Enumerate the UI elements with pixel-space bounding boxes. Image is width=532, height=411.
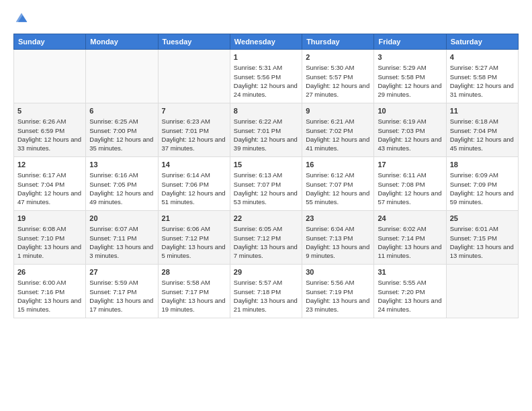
sunset-text: Sunset: 7:06 PM <box>162 180 226 189</box>
calendar-cell: 10Sunrise: 6:19 AMSunset: 7:03 PMDayligh… <box>374 103 446 157</box>
daylight-text: Daylight: 13 hours and 5 minutes. <box>162 242 226 261</box>
day-number: 11 <box>450 106 515 116</box>
weekday-header-friday: Friday <box>374 34 446 50</box>
sunrise-text: Sunrise: 6:06 AM <box>162 224 226 233</box>
sunrise-text: Sunrise: 6:19 AM <box>378 117 442 126</box>
sunrise-text: Sunrise: 6:08 AM <box>17 224 82 233</box>
sunset-text: Sunset: 7:12 PM <box>234 234 298 242</box>
calendar-cell: 13Sunrise: 6:16 AMSunset: 7:05 PMDayligh… <box>86 157 158 211</box>
sunset-text: Sunset: 7:19 PM <box>306 287 370 296</box>
weekday-header-sunday: Sunday <box>14 34 86 50</box>
calendar-header-row: SundayMondayTuesdayWednesdayThursdayFrid… <box>14 34 519 50</box>
daylight-text: Daylight: 12 hours and 27 minutes. <box>306 81 370 99</box>
day-number: 6 <box>89 106 154 116</box>
weekday-header-tuesday: Tuesday <box>158 34 230 50</box>
sunrise-text: Sunrise: 6:16 AM <box>89 171 154 179</box>
calendar-cell <box>86 50 158 103</box>
calendar-row: 5Sunrise: 6:26 AMSunset: 6:59 PMDaylight… <box>14 103 519 157</box>
daylight-text: Daylight: 13 hours and 21 minutes. <box>234 296 298 314</box>
calendar-cell <box>158 50 230 103</box>
sunrise-text: Sunrise: 6:00 AM <box>17 278 82 287</box>
sunset-text: Sunset: 7:15 PM <box>450 234 515 242</box>
calendar-cell: 9Sunrise: 6:21 AMSunset: 7:02 PMDaylight… <box>302 103 374 157</box>
calendar-cell: 17Sunrise: 6:11 AMSunset: 7:08 PMDayligh… <box>374 157 446 211</box>
calendar-cell: 31Sunrise: 5:55 AMSunset: 7:20 PMDayligh… <box>374 265 446 318</box>
daylight-text: Daylight: 12 hours and 59 minutes. <box>450 189 515 207</box>
day-number: 8 <box>234 106 298 116</box>
day-number: 7 <box>162 106 226 116</box>
day-number: 19 <box>17 214 82 224</box>
daylight-text: Daylight: 12 hours and 41 minutes. <box>306 135 370 153</box>
calendar-cell: 25Sunrise: 6:01 AMSunset: 7:15 PMDayligh… <box>446 211 518 265</box>
day-number: 23 <box>306 214 370 224</box>
sunrise-text: Sunrise: 5:31 AM <box>234 63 298 72</box>
sunrise-text: Sunrise: 6:21 AM <box>306 117 370 126</box>
sunset-text: Sunset: 5:58 PM <box>450 73 515 81</box>
daylight-text: Daylight: 12 hours and 55 minutes. <box>306 189 370 207</box>
daylight-text: Daylight: 12 hours and 53 minutes. <box>234 189 298 207</box>
sunrise-text: Sunrise: 6:02 AM <box>378 224 442 233</box>
calendar-cell: 27Sunrise: 5:59 AMSunset: 7:17 PMDayligh… <box>86 265 158 318</box>
weekday-header-wednesday: Wednesday <box>230 34 302 50</box>
calendar-cell: 15Sunrise: 6:13 AMSunset: 7:07 PMDayligh… <box>230 157 302 211</box>
day-number: 10 <box>378 106 442 116</box>
daylight-text: Daylight: 12 hours and 57 minutes. <box>378 189 442 207</box>
weekday-header-thursday: Thursday <box>302 34 374 50</box>
calendar-cell: 19Sunrise: 6:08 AMSunset: 7:10 PMDayligh… <box>14 211 86 265</box>
sunrise-text: Sunrise: 5:58 AM <box>162 278 226 287</box>
sunrise-text: Sunrise: 6:05 AM <box>234 224 298 233</box>
sunrise-text: Sunrise: 6:17 AM <box>17 171 82 179</box>
daylight-text: Daylight: 13 hours and 11 minutes. <box>378 242 442 261</box>
daylight-text: Daylight: 12 hours and 47 minutes. <box>17 189 82 207</box>
daylight-text: Daylight: 13 hours and 24 minutes. <box>378 296 442 314</box>
page: SundayMondayTuesdayWednesdayThursdayFrid… <box>0 0 532 411</box>
day-number: 21 <box>162 214 226 224</box>
day-number: 29 <box>234 267 298 277</box>
daylight-text: Daylight: 12 hours and 35 minutes. <box>89 135 154 153</box>
sunset-text: Sunset: 7:12 PM <box>162 234 226 242</box>
calendar-cell: 18Sunrise: 6:09 AMSunset: 7:09 PMDayligh… <box>446 157 518 211</box>
sunset-text: Sunset: 7:01 PM <box>162 126 226 135</box>
sunrise-text: Sunrise: 6:25 AM <box>89 117 154 126</box>
sunset-text: Sunset: 7:13 PM <box>306 234 370 242</box>
daylight-text: Daylight: 12 hours and 49 minutes. <box>89 189 154 207</box>
daylight-text: Daylight: 12 hours and 39 minutes. <box>234 135 298 153</box>
sunset-text: Sunset: 7:17 PM <box>162 287 226 296</box>
daylight-text: Daylight: 13 hours and 23 minutes. <box>306 296 370 314</box>
calendar-cell: 20Sunrise: 6:07 AMSunset: 7:11 PMDayligh… <box>86 211 158 265</box>
sunset-text: Sunset: 7:07 PM <box>234 180 298 189</box>
day-number: 30 <box>306 267 370 277</box>
daylight-text: Daylight: 12 hours and 37 minutes. <box>162 135 226 153</box>
calendar-row: 1Sunrise: 5:31 AMSunset: 5:56 PMDaylight… <box>14 50 519 103</box>
sunrise-text: Sunrise: 5:59 AM <box>89 278 154 287</box>
sunrise-text: Sunrise: 5:27 AM <box>450 63 515 72</box>
weekday-header-saturday: Saturday <box>446 34 518 50</box>
calendar-cell: 21Sunrise: 6:06 AMSunset: 7:12 PMDayligh… <box>158 211 230 265</box>
daylight-text: Daylight: 13 hours and 15 minutes. <box>17 296 82 314</box>
sunset-text: Sunset: 7:01 PM <box>234 126 298 135</box>
daylight-text: Daylight: 12 hours and 29 minutes. <box>378 81 442 99</box>
day-number: 12 <box>17 160 82 170</box>
calendar-cell: 16Sunrise: 6:12 AMSunset: 7:07 PMDayligh… <box>302 157 374 211</box>
sunset-text: Sunset: 7:09 PM <box>450 180 515 189</box>
daylight-text: Daylight: 12 hours and 43 minutes. <box>378 135 442 153</box>
day-number: 25 <box>450 214 515 224</box>
sunrise-text: Sunrise: 5:56 AM <box>306 278 370 287</box>
calendar-cell: 1Sunrise: 5:31 AMSunset: 5:56 PMDaylight… <box>230 50 302 103</box>
calendar-cell: 11Sunrise: 6:18 AMSunset: 7:04 PMDayligh… <box>446 103 518 157</box>
sunrise-text: Sunrise: 6:09 AM <box>450 171 515 179</box>
day-number: 1 <box>234 52 298 62</box>
sunset-text: Sunset: 6:59 PM <box>17 126 82 135</box>
day-number: 4 <box>450 52 515 62</box>
day-number: 20 <box>89 214 154 224</box>
day-number: 2 <box>306 52 370 62</box>
day-number: 22 <box>234 214 298 224</box>
calendar-row: 26Sunrise: 6:00 AMSunset: 7:16 PMDayligh… <box>14 265 519 318</box>
daylight-text: Daylight: 12 hours and 51 minutes. <box>162 189 226 207</box>
daylight-text: Daylight: 13 hours and 17 minutes. <box>89 296 154 314</box>
daylight-text: Daylight: 12 hours and 45 minutes. <box>450 135 515 153</box>
day-number: 9 <box>306 106 370 116</box>
day-number: 5 <box>17 106 82 116</box>
daylight-text: Daylight: 13 hours and 1 minute. <box>17 242 82 261</box>
calendar-cell: 28Sunrise: 5:58 AMSunset: 7:17 PMDayligh… <box>158 265 230 318</box>
